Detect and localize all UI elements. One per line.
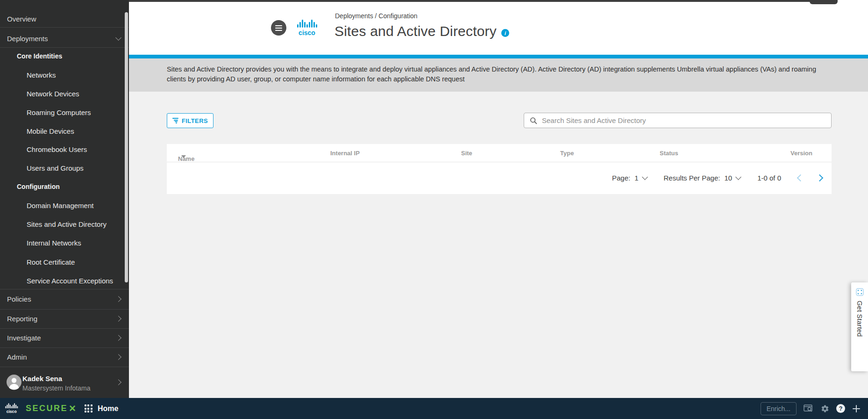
sidebar-item-label: Reporting bbox=[7, 315, 37, 323]
sidebar-item-deployments[interactable]: Deployments bbox=[0, 29, 129, 47]
page-value: 1 bbox=[634, 174, 638, 182]
next-page-button[interactable] bbox=[816, 174, 824, 182]
sidebar-item-sites-and-active-directory[interactable]: Sites and Active Directory bbox=[27, 220, 107, 228]
add-tab-icon[interactable] bbox=[852, 405, 861, 413]
divider bbox=[0, 27, 129, 28]
apps-grid-icon[interactable] bbox=[85, 405, 92, 412]
accent-bar bbox=[129, 55, 868, 58]
chevron-down-icon bbox=[115, 35, 121, 41]
sidebar-item-policies[interactable]: Policies bbox=[0, 289, 129, 309]
sidebar-item-service-account-exceptions[interactable]: Service Account Exceptions bbox=[27, 277, 113, 285]
results-per-page-label: Results Per Page: bbox=[664, 174, 720, 182]
chevron-right-icon bbox=[115, 316, 121, 322]
identities-table: Name Internal IP Site Type Status Versio… bbox=[167, 144, 832, 194]
page-label: Page: bbox=[612, 174, 630, 182]
search-icon bbox=[530, 117, 537, 124]
sidebar-item-network-devices[interactable]: Network Devices bbox=[27, 90, 79, 98]
filter-icon bbox=[172, 118, 178, 123]
page-selector[interactable]: Page: 1 bbox=[612, 174, 647, 182]
sidebar-scrollbar[interactable] bbox=[125, 12, 128, 282]
table-body: Page: 1 Results Per Page: 10 1-0 of 0 bbox=[167, 162, 832, 194]
get-started-label: Get Started bbox=[856, 301, 863, 337]
column-header-version[interactable]: Version bbox=[790, 150, 812, 157]
search-box bbox=[524, 113, 832, 128]
sidebar-item-users-and-groups[interactable]: Users and Groups bbox=[27, 164, 84, 172]
sidebar-item-internal-networks[interactable]: Internal Networks bbox=[27, 239, 81, 247]
filters-button[interactable]: FILTERS bbox=[167, 113, 213, 128]
sidebar-item-admin[interactable]: Admin bbox=[0, 347, 129, 367]
sidebar: Overview Deployments Core Identities Net… bbox=[0, 0, 129, 398]
results-per-page-selector[interactable]: Results Per Page: 10 bbox=[664, 174, 741, 182]
info-icon[interactable]: i bbox=[501, 29, 509, 37]
help-icon[interactable]: ? bbox=[836, 404, 845, 413]
sidebar-item-root-certificate[interactable]: Root Certificate bbox=[27, 258, 75, 266]
sidebar-item-label: Investigate bbox=[7, 334, 41, 342]
app-window: Overview Deployments Core Identities Net… bbox=[0, 0, 868, 419]
footer-home-link[interactable]: Home bbox=[98, 405, 118, 413]
column-header-type[interactable]: Type bbox=[560, 150, 574, 157]
sidebar-user-card[interactable]: Kadek Sena Mastersystem Infotama bbox=[0, 367, 129, 398]
chevron-right-icon bbox=[115, 354, 121, 360]
chevron-right-icon bbox=[115, 379, 121, 385]
securex-footer-bar: cisco SECURE ✕ Home Enrich... ? bbox=[0, 398, 868, 419]
top-edge-strip bbox=[129, 0, 837, 2]
results-range: 1-0 of 0 bbox=[757, 174, 781, 182]
description-banner: Sites and Active Directory provides you … bbox=[129, 58, 868, 92]
sidebar-item-label: Deployments bbox=[7, 35, 48, 43]
sidebar-item-investigate[interactable]: Investigate bbox=[0, 328, 129, 347]
sidebar-item-roaming-computers[interactable]: Roaming Computers bbox=[27, 108, 91, 116]
sidebar-item-networks[interactable]: Networks bbox=[27, 71, 56, 79]
sidebar-item-label: Overview bbox=[7, 15, 36, 23]
results-per-page-value: 10 bbox=[724, 174, 732, 182]
sidebar-item-domain-management[interactable]: Domain Management bbox=[27, 202, 93, 210]
cisco-logo-footer: cisco bbox=[4, 403, 21, 415]
column-header-status[interactable]: Status bbox=[660, 150, 678, 157]
top-edge-tab bbox=[810, 0, 838, 4]
footer-brand: cisco SECURE ✕ Home bbox=[0, 403, 118, 415]
column-header-site[interactable]: Site bbox=[461, 150, 472, 157]
chevron-right-icon bbox=[115, 296, 121, 302]
expand-icon bbox=[856, 288, 864, 296]
user-avatar bbox=[6, 374, 22, 390]
svg-text:cisco: cisco bbox=[7, 409, 17, 414]
chevron-down-icon bbox=[642, 174, 648, 180]
chevron-down-icon bbox=[735, 174, 741, 180]
get-started-tab[interactable]: Get Started bbox=[851, 282, 868, 371]
filters-label: FILTERS bbox=[182, 117, 208, 124]
user-name: Kadek Sena bbox=[22, 375, 62, 383]
chevron-right-icon bbox=[115, 335, 121, 341]
divider bbox=[0, 47, 129, 48]
sidebar-item-label: Policies bbox=[7, 295, 31, 303]
securex-wordmark: SECURE bbox=[26, 404, 68, 413]
enrich-button[interactable]: Enrich... bbox=[761, 402, 797, 415]
cisco-logo: cisco bbox=[294, 20, 325, 36]
sidebar-item-chromebook-users[interactable]: Chromebook Users bbox=[27, 145, 87, 153]
svg-text:cisco: cisco bbox=[299, 29, 315, 36]
hamburger-menu-icon[interactable] bbox=[271, 20, 286, 36]
page-title: Sites and Active Directory bbox=[334, 23, 497, 39]
footer-tools: Enrich... ? bbox=[761, 402, 868, 415]
sidebar-item-mobile-devices[interactable]: Mobile Devices bbox=[27, 127, 74, 135]
breadcrumb[interactable]: Deployments / Configuration bbox=[335, 12, 418, 20]
page-header: cisco Deployments / Configuration Sites … bbox=[129, 0, 868, 55]
settings-button[interactable]: Settings bbox=[866, 12, 868, 38]
user-org: Mastersystem Infotama bbox=[22, 384, 91, 392]
sidebar-item-label: Admin bbox=[7, 353, 27, 361]
column-header-internal-ip[interactable]: Internal IP bbox=[330, 150, 360, 157]
securex-x-glyph: ✕ bbox=[69, 403, 76, 414]
description-text: Sites and Active Directory provides you … bbox=[167, 65, 834, 84]
window-search-icon[interactable] bbox=[804, 405, 814, 413]
gear-icon-footer[interactable] bbox=[821, 405, 829, 413]
previous-page-button[interactable] bbox=[797, 174, 804, 182]
table-header-row: Name Internal IP Site Type Status Versio… bbox=[167, 144, 832, 162]
sidebar-section-core-identities[interactable]: Core Identities bbox=[17, 52, 62, 60]
settings-label: Settings bbox=[866, 31, 868, 38]
search-input[interactable] bbox=[537, 113, 831, 128]
pagination: Page: 1 Results Per Page: 10 1-0 of 0 bbox=[612, 162, 822, 194]
sort-desc-icon bbox=[181, 155, 186, 158]
sidebar-section-configuration[interactable]: Configuration bbox=[17, 183, 60, 190]
sidebar-item-overview[interactable]: Overview bbox=[0, 10, 129, 27]
sidebar-item-reporting[interactable]: Reporting bbox=[0, 309, 129, 328]
